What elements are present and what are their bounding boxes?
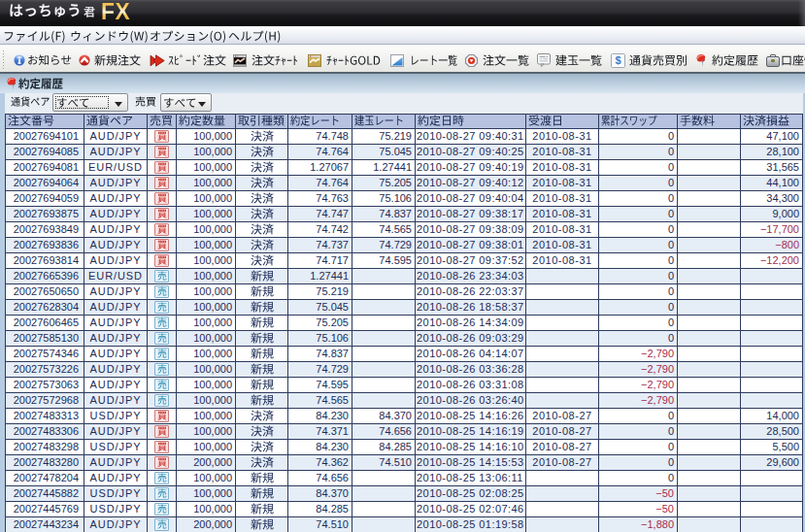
svg-text:$: $ <box>615 54 621 66</box>
